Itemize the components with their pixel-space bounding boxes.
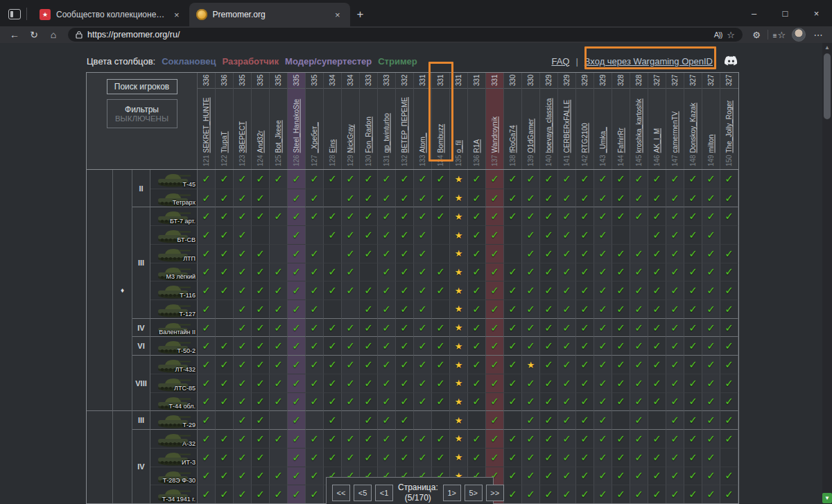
cell-121-row14: ✓ — [198, 410, 216, 429]
pagination-button->>[interactable]: >> — [486, 485, 504, 501]
player-link-R1A[interactable]: R1A — [473, 139, 480, 153]
pagination-button-<1[interactable]: <1 — [375, 485, 393, 501]
pagination-button-1>[interactable]: 1> — [443, 485, 461, 501]
check-icon: ✓ — [346, 247, 355, 260]
refresh-button[interactable]: ↻ — [25, 29, 43, 40]
player-link-CERBERxFALLE[interactable]: CERBERxFALLE — [563, 100, 571, 153]
player-score: 330 — [504, 73, 521, 89]
player-link-Wandroynik[interactable]: Wandroynik — [491, 116, 499, 153]
player-link-Bot_Jkeee[interactable]: Bot_Jkeee — [275, 120, 282, 153]
check-icon: ✓ — [274, 340, 283, 352]
cell-131-row12: ✓ — [378, 374, 396, 392]
close-button[interactable]: × — [801, 0, 832, 26]
player-link-qp_twinturbo[interactable]: qp_twinturbo — [383, 113, 390, 153]
player-link-kroshka_kartoshk[interactable]: kroshka_kartoshk — [635, 98, 643, 153]
check-icon: ✓ — [544, 210, 553, 223]
cell-121-row6: ✓ — [198, 263, 216, 281]
check-icon: ✓ — [490, 451, 499, 464]
player-link-o_fil[interactable]: o_fil — [455, 140, 462, 153]
cell-129-row4: ✓ — [342, 225, 360, 244]
discord-icon[interactable] — [724, 55, 738, 67]
minimize-button[interactable]: – — [738, 0, 770, 26]
more-menu-icon[interactable]: ⋯ — [810, 30, 826, 40]
player-link-Steel_HanakoSte[interactable]: Steel_HanakoSte — [293, 99, 300, 153]
cell-124-row5: ✓ — [252, 244, 270, 263]
star-icon: ★ — [455, 415, 463, 426]
search-players-button[interactable]: Поиск игроков — [107, 79, 177, 94]
cell-125-row4 — [270, 225, 288, 244]
cell-140-row8: ✓ — [540, 299, 558, 318]
check-icon: ✓ — [652, 377, 661, 390]
player-score-value: 335 — [306, 73, 323, 88]
cell-131-row3: ✓ — [378, 207, 396, 225]
maximize-button[interactable]: □ — [770, 0, 801, 26]
profile-avatar[interactable] — [792, 28, 806, 42]
pagination-button-5>[interactable]: 5> — [465, 485, 483, 501]
check-icon: ✓ — [328, 284, 337, 297]
workspaces-icon[interactable] — [8, 9, 21, 19]
filters-button[interactable]: Фильтры ВЫКЛЮЧЕНЫ — [107, 99, 177, 128]
player-link-And32r[interactable]: And32r — [257, 130, 264, 153]
cell-125-row12: ✓ — [270, 374, 288, 392]
cell-121-row15: ✓ — [198, 429, 216, 448]
player-link-The_Jolly_Roger[interactable]: The_Jolly_Roger — [725, 101, 733, 153]
close-tab-icon[interactable]: × — [332, 10, 343, 20]
scroll-up-icon[interactable]: ▲ — [822, 43, 832, 53]
player-link-RTG2100[interactable]: RTG2100 — [581, 123, 589, 153]
player-name-cell: 130 Fon_Radon — [360, 89, 377, 169]
check-icon: ✓ — [544, 303, 553, 315]
scroll-down-button[interactable]: ▼ — [822, 493, 832, 503]
cell-145-row16: ✓ — [630, 448, 648, 467]
player-link-BETEP_ПЕРЕМЕ[interactable]: BETEP_ПЕРЕМЕ — [401, 97, 408, 153]
new-tab-button[interactable]: + — [357, 8, 364, 21]
check-icon: ✓ — [292, 358, 301, 371]
home-button[interactable]: ⌂ — [44, 29, 62, 40]
player-link-3BEPECT[interactable]: 3BEPECT — [239, 121, 246, 153]
check-icon: ✓ — [616, 192, 625, 205]
player-link-TlupaT[interactable]: TlupaT — [220, 131, 228, 153]
faq-link[interactable]: FAQ — [551, 56, 569, 67]
player-link-milton[interactable]: milton — [707, 134, 715, 153]
player-link-_Хребет_[interactable]: _Хребет_ — [311, 122, 318, 153]
back-button[interactable]: ← — [6, 29, 24, 40]
address-bar[interactable]: https://premomer.org/ru/ A)) ☆ — [68, 28, 743, 42]
pagination-button-<<[interactable]: << — [332, 485, 350, 501]
player-link-FafnirRr[interactable]: FafnirRr — [617, 128, 625, 153]
scrollbar[interactable]: ▲ ▼ — [822, 43, 832, 504]
tab-premomer[interactable]: Premomer.org × — [189, 3, 350, 26]
player-rank: 148 — [689, 153, 697, 166]
extensions-icon[interactable]: ⚙ — [748, 30, 765, 40]
check-icon: ✓ — [725, 358, 734, 371]
url-text[interactable]: https://premomer.org/ru/ — [87, 30, 180, 40]
cell-134-row12: ✓ — [432, 374, 450, 392]
read-aloud-icon[interactable]: A)) — [714, 31, 722, 39]
add-favorite-icon[interactable]: ☆ — [727, 30, 735, 40]
player-link-NickGray[interactable]: NickGray — [347, 124, 354, 153]
check-icon: ✓ — [688, 173, 697, 185]
cell-127-row7: ✓ — [306, 281, 324, 299]
player-link-SEKRET_HUNTE[interactable]: SEKRET_HUNTE — [202, 98, 210, 153]
player-link-Atom_[interactable]: Atom_ — [419, 133, 426, 153]
player-link-camermenTV[interactable]: camermenTV — [671, 112, 679, 153]
player-score-value: 327 — [648, 73, 666, 88]
player-link-AK_I_M[interactable]: AK_I_M — [653, 128, 661, 153]
tab-community[interactable]: ★ Сообщество коллекционеров - × — [33, 3, 189, 26]
player-link-Donskoy_Kazak[interactable]: Donskoy_Kazak — [689, 103, 697, 153]
player-link-Fon_Radon[interactable]: Fon_Radon — [365, 116, 372, 153]
check-icon: ✓ — [400, 266, 409, 278]
cell-132-row3: ✓ — [396, 207, 414, 225]
close-tab-icon[interactable]: × — [171, 10, 182, 20]
player-link-fRoGa74[interactable]: fRoGa74 — [509, 125, 517, 153]
check-icon: ✓ — [400, 433, 409, 445]
player-link-boevaya_classica[interactable]: boevaya_classica — [545, 98, 553, 153]
favorites-bar-icon[interactable]: ☆ — [771, 30, 788, 40]
player-link-Bombuzz[interactable]: Bombuzz — [437, 124, 444, 153]
scrollbar-thumb[interactable] — [824, 53, 831, 119]
pagination-button-<5[interactable]: <5 — [354, 485, 372, 501]
player-link-_Umka_[interactable]: _Umka_ — [599, 127, 607, 153]
cell-129-row10: ✓ — [342, 336, 360, 355]
player-name-text: 149 milton — [702, 89, 720, 169]
player-link-O1dGamer[interactable]: O1dGamer — [527, 119, 535, 153]
wargaming-openid-login-link[interactable]: Вход через Wargaming OpenID — [584, 56, 713, 67]
player-link-Eins[interactable]: Eins — [329, 139, 336, 153]
